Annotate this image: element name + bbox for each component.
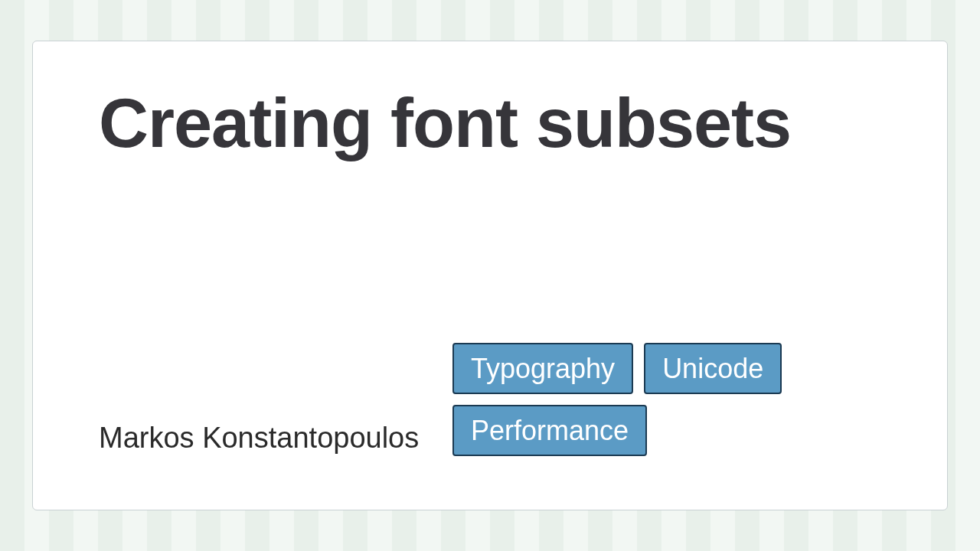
tag-typography: Typography: [452, 343, 633, 394]
tag-list: Typography Unicode Performance: [452, 343, 881, 456]
page-title: Creating font subsets: [99, 87, 881, 160]
tag-unicode: Unicode: [644, 343, 782, 394]
bottom-row: Markos Konstantopoulos Typography Unicod…: [99, 343, 881, 456]
content-card: Creating font subsets Markos Konstantopo…: [32, 41, 948, 510]
author-name: Markos Konstantopoulos: [99, 420, 419, 457]
tag-performance: Performance: [452, 405, 647, 456]
